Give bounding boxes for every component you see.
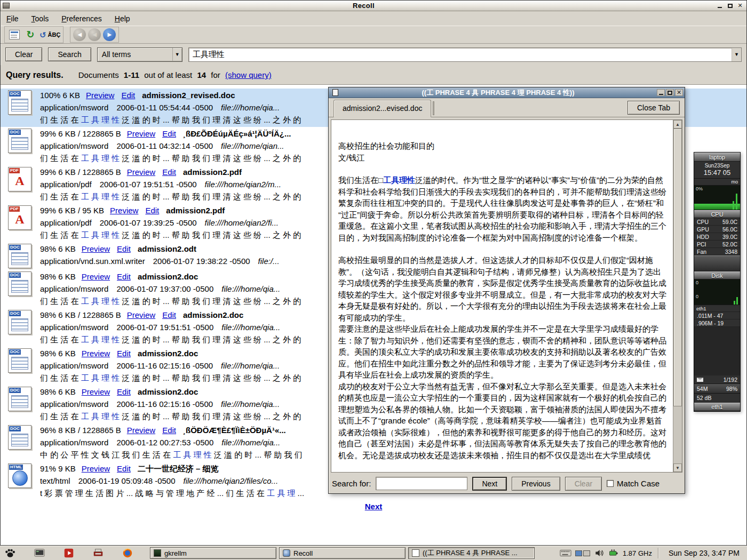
- result-url: file:///home/qia...: [221, 361, 280, 370]
- search-input[interactable]: [189, 48, 732, 61]
- keyboard-icon[interactable]: [560, 549, 571, 557]
- workspace-pager[interactable]: [575, 550, 590, 556]
- disk-section-label[interactable]: Disk: [694, 271, 740, 279]
- result-edit-link[interactable]: Edit: [162, 426, 176, 435]
- clear-search-button[interactable]: [7, 28, 21, 42]
- result-preview-link[interactable]: Preview: [82, 464, 110, 473]
- result-edit-link[interactable]: Edit: [117, 464, 131, 473]
- menu-file[interactable]: File: [6, 14, 19, 23]
- workspace-2[interactable]: [583, 550, 590, 556]
- paw-launcher[interactable]: [4, 547, 17, 559]
- terminal-launcher[interactable]: [33, 547, 46, 559]
- result-preview-link[interactable]: Preview: [82, 244, 110, 253]
- preview-scrollbar[interactable]: ▲ ▼: [673, 120, 682, 472]
- doc-file-icon: DOC: [5, 129, 34, 154]
- preview-next-button[interactable]: Next: [472, 477, 507, 491]
- result-edit-link[interactable]: Edit: [117, 272, 131, 281]
- maximize-button[interactable]: [726, 2, 734, 10]
- taskbar-task[interactable]: gkrellm: [150, 547, 276, 559]
- result-edit-link[interactable]: Edit: [121, 91, 135, 100]
- result-preview-link[interactable]: Preview: [86, 91, 114, 100]
- speaker-icon[interactable]: [594, 548, 605, 558]
- first-page-button[interactable]: ◀: [73, 28, 86, 41]
- update-index-button[interactable]: ↻: [23, 28, 37, 42]
- show-query-link[interactable]: (show query): [225, 70, 272, 79]
- disk-chart: 0 0: [694, 279, 740, 305]
- close-tab-button[interactable]: Close Tab: [627, 101, 680, 115]
- firefox-launcher[interactable]: [121, 547, 134, 559]
- previous-page-button[interactable]: ◀: [88, 28, 101, 41]
- result-filename: admission2.doc: [138, 272, 198, 281]
- title-bar[interactable]: Recoll ✕: [1, 1, 746, 11]
- next-results-link[interactable]: Next: [365, 502, 383, 511]
- sensor-row-pci: PCI52.0C: [694, 241, 740, 248]
- media-launcher[interactable]: [62, 547, 75, 559]
- preview-clear-button[interactable]: Clear: [565, 477, 602, 491]
- preview-maximize-button[interactable]: [666, 89, 674, 96]
- gkrellm-hostname[interactable]: laptop: [694, 153, 740, 162]
- taskbar-task[interactable]: Recoll: [279, 547, 406, 559]
- preview-minimize-button[interactable]: [657, 89, 665, 96]
- menu-preferences[interactable]: Preferences: [61, 14, 102, 23]
- scrollbar-thumb[interactable]: [673, 129, 682, 406]
- minimize-button[interactable]: [716, 2, 724, 10]
- match-case-option[interactable]: Match Case: [607, 479, 659, 488]
- result-edit-link[interactable]: Edit: [117, 387, 131, 396]
- mail-monitor[interactable]: 1/192: [694, 375, 740, 384]
- system-tray: 1.87 GHz Sun Sep 23, 3:47 PM: [560, 548, 743, 558]
- result-url: file:///home/qian...: [221, 141, 284, 150]
- taskbar-task[interactable]: ((工 PHRASE 4 具 PHRASE ...: [408, 547, 535, 559]
- clear-button[interactable]: Clear: [5, 47, 42, 61]
- workspace-1[interactable]: [575, 550, 582, 556]
- search-history-chevron-icon[interactable]: ▼: [732, 48, 741, 61]
- scroll-up-icon[interactable]: ▲: [673, 120, 682, 129]
- preview-search-input[interactable]: [376, 477, 467, 490]
- taskbar-clock[interactable]: Sun Sep 23, 3:47 PM: [665, 549, 743, 557]
- result-edit-link[interactable]: Edit: [145, 206, 159, 215]
- results-for-word: for: [211, 70, 220, 79]
- result-preview-link[interactable]: Preview: [127, 129, 155, 138]
- term-explorer-button[interactable]: ↺ÂBÇ: [39, 28, 60, 42]
- result-preview-link[interactable]: Preview: [82, 272, 110, 281]
- terminal-icon: [34, 547, 45, 559]
- result-preview-link[interactable]: Preview: [127, 167, 155, 177]
- search-mode-select[interactable]: All terms ▼: [97, 47, 182, 62]
- close-button[interactable]: ✕: [736, 2, 744, 10]
- result-preview-link[interactable]: Preview: [82, 387, 110, 396]
- preview-tab[interactable]: admission2...evised.doc: [333, 100, 431, 117]
- result-preview-link[interactable]: Preview: [127, 310, 155, 319]
- printer-launcher[interactable]: [92, 547, 105, 559]
- preview-task-icon: [412, 549, 419, 557]
- result-preview-link[interactable]: Preview: [82, 349, 110, 358]
- result-filename: ¸ßÖÐÖÆ¶È£¶ÏìÈ±ÖÐµÄ¹«...: [183, 426, 286, 435]
- scroll-down-icon[interactable]: ▼: [673, 463, 682, 472]
- result-preview-link[interactable]: Preview: [127, 426, 155, 435]
- preview-close-button[interactable]: ✕: [675, 89, 683, 96]
- net-footer-label[interactable]: eth1: [694, 403, 740, 411]
- net-row-rx: .011M - 47: [694, 312, 740, 319]
- result-date: 2006-01-07 19:51:51 -0500: [116, 323, 213, 332]
- sensor-row-hdd: HDD39.0C: [694, 233, 740, 241]
- result-edit-link[interactable]: Edit: [117, 349, 131, 358]
- match-case-checkbox[interactable]: [607, 480, 614, 487]
- result-edit-link[interactable]: Edit: [162, 129, 176, 138]
- result-preview-link[interactable]: Preview: [110, 206, 138, 215]
- result-date: 2006-01-19 05:09:48 -0500: [78, 476, 176, 485]
- result-edit-link[interactable]: Edit: [162, 310, 176, 319]
- menu-help[interactable]: Help: [115, 14, 130, 23]
- result-edit-link[interactable]: Edit: [117, 244, 131, 253]
- next-page-button[interactable]: ▶: [103, 28, 116, 41]
- preview-title-bar[interactable]: ((工 PHRASE 4 具 PHRASE 4 理 PHRASE 4 性)) ✕: [329, 87, 685, 98]
- preview-previous-button[interactable]: Previous: [512, 477, 560, 491]
- result-relevance-size: 99% 6 KB / 1228865 B: [40, 129, 121, 138]
- menu-tools[interactable]: Tools: [31, 14, 49, 23]
- term-explorer-icon: ↺ÂBÇ: [39, 31, 60, 39]
- paw-icon: [4, 547, 16, 559]
- gkrellm-proc-label: mo: [694, 179, 740, 186]
- taskbar: gkrellmRecoll((工 PHRASE 4 具 PHRASE ... 1…: [0, 546, 747, 560]
- task-label: Recoll: [293, 549, 313, 557]
- search-button[interactable]: Search: [48, 47, 91, 61]
- result-edit-link[interactable]: Edit: [162, 167, 176, 177]
- cpu-section-label[interactable]: CPU: [694, 210, 740, 218]
- battery-icon[interactable]: [608, 548, 619, 558]
